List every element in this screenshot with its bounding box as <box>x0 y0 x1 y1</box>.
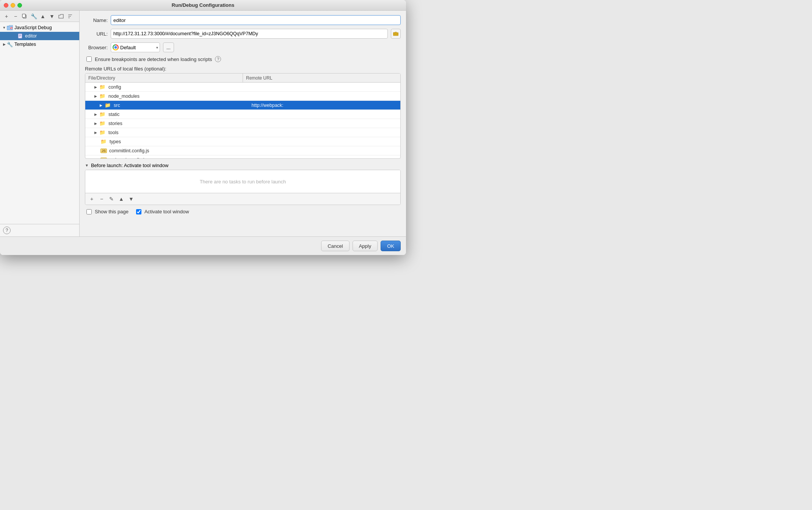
maximize-button[interactable] <box>17 3 22 8</box>
url-row: URL: <box>85 29 401 39</box>
cancel-button[interactable]: Cancel <box>321 241 349 251</box>
table-row[interactable]: ▶ 📁 node_modules <box>85 92 400 101</box>
remove-config-button[interactable]: − <box>11 12 20 20</box>
table-row[interactable]: ▶ 📁 stories <box>85 119 400 128</box>
url-cell <box>249 150 401 152</box>
name-label: Name: <box>85 17 108 23</box>
remote-urls-section: Remote URLs of local files (optional): F… <box>85 66 401 159</box>
traffic-lights[interactable] <box>4 3 22 8</box>
sidebar: + − 🔧 ▲ ▼ <box>0 11 80 236</box>
breakpoints-checkbox[interactable] <box>86 56 92 62</box>
url-cell <box>249 141 401 142</box>
browser-value: Default <box>120 45 136 50</box>
sidebar-item-javascript-debug[interactable]: ▼ JavaScript Debug <box>0 23 79 32</box>
activate-tool-window-row: Activate tool window <box>135 209 189 214</box>
name-row: Name: <box>85 15 401 25</box>
copy-config-button[interactable] <box>20 12 29 20</box>
file-cell: 📁 types <box>85 138 249 145</box>
toggle-icon: ▼ <box>2 25 7 30</box>
wrench-icon: 🔧 <box>7 41 13 47</box>
file-cell: ▶ 📁 stories <box>85 120 246 127</box>
table-row[interactable]: JS webpack.config.js <box>85 155 400 158</box>
window-title: Run/Debug Configurations <box>172 2 234 8</box>
before-launch-edit-button[interactable]: ✎ <box>107 195 116 203</box>
before-launch-down-button[interactable]: ▼ <box>127 195 135 203</box>
main-content: + − 🔧 ▲ ▼ <box>0 11 406 236</box>
bottom-checkboxes: Show this page Activate tool window <box>85 209 401 214</box>
file-cell: ▶ 📁 src <box>85 102 249 109</box>
before-launch-label: Before launch: Activate tool window <box>91 163 169 168</box>
before-launch-container: There are no tasks to run before launch … <box>85 170 401 205</box>
file-cell: ▶ 📁 node_modules <box>85 92 246 100</box>
url-folder-button[interactable] <box>391 29 401 39</box>
url-cell <box>246 132 401 133</box>
before-launch-toolbar: + − ✎ ▲ ▼ <box>85 193 400 205</box>
activate-tool-window-label: Activate tool window <box>144 209 189 214</box>
help-button[interactable]: ? <box>3 227 11 234</box>
bottom-bar: Cancel Apply OK <box>0 236 406 255</box>
browser-label: Browser: <box>85 45 108 50</box>
url-cell <box>246 114 401 115</box>
table-header: File/Directory Remote URL <box>85 74 400 83</box>
table-row[interactable]: ▶ 📁 config <box>85 83 400 92</box>
question-icon[interactable]: ? <box>215 56 221 62</box>
more-button[interactable]: ... <box>163 42 174 52</box>
show-page-checkbox[interactable] <box>86 209 92 214</box>
svg-rect-8 <box>18 34 22 38</box>
before-launch-add-button[interactable]: + <box>88 195 96 203</box>
sidebar-bottom-bar: ? <box>0 224 79 236</box>
sidebar-tree: ▼ JavaScript Debug <box>0 22 79 224</box>
chevron-down-icon: ▾ <box>156 45 158 50</box>
javascript-debug-label: JavaScript Debug <box>14 25 52 30</box>
file-cell: ▶ 📁 static <box>85 111 246 118</box>
no-tasks-text: There are no tasks to run before launch <box>200 179 286 185</box>
file-cell: JS commitlint.config.js <box>85 147 249 154</box>
file-cell: JS webpack.config.js <box>85 156 249 159</box>
show-page-row: Show this page <box>85 209 129 214</box>
wrench-button[interactable]: 🔧 <box>30 12 38 20</box>
move-down-button[interactable]: ▼ <box>48 12 56 20</box>
before-launch-remove-button[interactable]: − <box>97 195 106 203</box>
url-input[interactable] <box>111 29 388 39</box>
before-launch-content: There are no tasks to run before launch <box>85 170 400 193</box>
templates-toggle: ▶ <box>2 42 7 47</box>
breakpoints-row: Ensure breakpoints are detected when loa… <box>85 56 401 62</box>
col-file-header: File/Directory <box>85 74 243 82</box>
show-page-label: Show this page <box>95 209 129 214</box>
toggle-none <box>12 33 17 39</box>
table-row[interactable]: ▶ 📁 static <box>85 110 400 119</box>
svg-rect-12 <box>393 33 398 36</box>
editor-label: editor <box>25 33 37 39</box>
ok-button[interactable]: OK <box>381 241 401 251</box>
sidebar-item-templates[interactable]: ▶ 🔧 Templates <box>0 40 79 48</box>
move-up-button[interactable]: ▲ <box>39 12 47 20</box>
sort-button[interactable] <box>66 12 74 20</box>
table-body: ▶ 📁 config ▶ 📁 node_modules <box>85 83 400 158</box>
folder-button[interactable] <box>57 12 65 20</box>
before-launch-header: Before launch: Activate tool window <box>85 163 401 168</box>
config-file-icon <box>17 33 24 39</box>
title-bar: Run/Debug Configurations <box>0 0 406 11</box>
sidebar-toolbar: + − 🔧 ▲ ▼ <box>0 11 79 22</box>
close-button[interactable] <box>4 3 8 8</box>
url-cell <box>246 123 401 124</box>
browser-select[interactable]: Default ▾ <box>111 42 160 52</box>
url-cell <box>246 95 401 97</box>
debug-folder-icon <box>7 25 13 31</box>
remote-urls-label: Remote URLs of local files (optional): <box>85 66 401 72</box>
minimize-button[interactable] <box>11 3 15 8</box>
table-row[interactable]: 📁 types <box>85 137 400 146</box>
table-row-selected[interactable]: ▶ 📁 src http://webpack: <box>85 101 400 110</box>
add-config-button[interactable]: + <box>2 12 11 20</box>
name-input[interactable] <box>111 15 401 25</box>
apply-button[interactable]: Apply <box>353 241 378 251</box>
before-launch-up-button[interactable]: ▲ <box>117 195 125 203</box>
file-cell: ▶ 📁 tools <box>85 129 246 136</box>
before-launch-toggle[interactable] <box>85 163 89 167</box>
table-row[interactable]: JS commitlint.config.js <box>85 146 400 155</box>
sidebar-item-editor[interactable]: editor <box>0 32 79 40</box>
activate-tool-window-checkbox[interactable] <box>136 209 141 214</box>
before-launch-section: Before launch: Activate tool window Ther… <box>85 163 401 205</box>
table-row[interactable]: ▶ 📁 tools <box>85 128 400 137</box>
col-url-header: Remote URL <box>243 74 400 82</box>
